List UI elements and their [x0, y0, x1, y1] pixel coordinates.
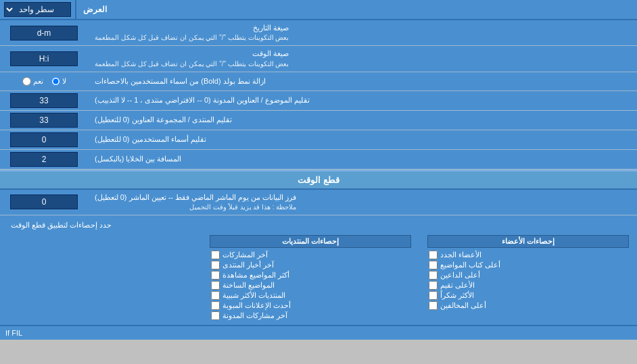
cb-top-violators: أعلى المخالفين [427, 301, 629, 311]
cb-last-posts: آخر المشاركات [210, 250, 411, 260]
usernames-trim-label: تقليم أسماء المستخدمين (0 للتعطيل) [88, 130, 637, 149]
forum-address-input-cell: 33 [0, 111, 88, 130]
display-select[interactable]: سطر واحد [4, 2, 71, 17]
limit-spacer [117, 219, 632, 231]
cb-top-authors: أعلى كتاب المواضيع [427, 260, 629, 270]
col2-title: إحصاءات المنتديات [210, 235, 411, 248]
cutoff-value-input[interactable]: 0 [10, 194, 78, 209]
time-format-input-cell: H:i [0, 46, 88, 71]
cb-most-thankful-input[interactable] [429, 291, 438, 300]
usernames-trim-input-cell: 0 [0, 130, 88, 149]
cb-top-callers-input[interactable] [429, 271, 438, 280]
date-format-label: صيغة التاريخ بعض التكوينات يتطلب "/" الت… [88, 20, 637, 45]
forum-address-label: تقليم المنتدى / المجموعة العناوين (0 للت… [88, 111, 637, 130]
limit-label: حدد إحصاءات لتطبيق قطع الوقت [5, 219, 117, 231]
usernames-trim-row: تقليم أسماء المستخدمين (0 للتعطيل) 0 [0, 130, 637, 150]
radio-no[interactable] [51, 77, 60, 86]
date-format-input-cell: d-m [0, 20, 88, 45]
checkbox-columns: إحصاءات الأعضاء الأعضاء الجدد أعلى كتاب … [0, 234, 637, 322]
time-format-row: صيغة الوقت بعض التكوينات يتطلب "/" التي … [0, 46, 637, 72]
footer-text: If FIL [0, 326, 637, 340]
topic-address-label: تقليم الموضوع / العناوين المدونة (0 -- ا… [88, 91, 637, 110]
cb-top-rated-input[interactable] [429, 281, 438, 290]
cb-last-news: آخر أخبار المنتدى [210, 260, 411, 270]
cb-new-members-input[interactable] [429, 251, 438, 259]
cutoff-section-header: قطع الوقت [0, 170, 637, 190]
topic-address-input[interactable]: 33 [10, 93, 78, 108]
forum-address-row: تقليم المنتدى / المجموعة العناوين (0 للت… [0, 111, 637, 130]
checkboxes-section: حدد إحصاءات لتطبيق قطع الوقت إحصاءات الأ… [0, 215, 637, 326]
cb-most-popular-input[interactable] [211, 291, 220, 300]
cb-last-posts-input[interactable] [211, 251, 220, 259]
cb-top-authors-input[interactable] [429, 261, 438, 269]
cell-spacing-input[interactable]: 2 [10, 152, 78, 167]
cb-latest-ads: أحدث الإعلانات المبوبة [210, 301, 411, 311]
checkbox-col-members: إحصاءات الأعضاء الأعضاء الجدد أعلى كتاب … [419, 234, 637, 322]
page-title: العرض [76, 0, 637, 19]
cb-top-rated: الأعلى تقيم [427, 280, 629, 290]
time-format-label: صيغة الوقت بعض التكوينات يتطلب "/" التي … [88, 46, 637, 71]
radio-no-label[interactable]: لا [51, 77, 66, 86]
cb-last-blog-posts-input[interactable] [211, 311, 220, 320]
bold-remove-radio-cell: لا نعم [0, 72, 88, 90]
cb-top-violators-input[interactable] [429, 301, 438, 310]
cell-spacing-input-cell: 2 [0, 150, 88, 169]
bold-remove-row: ازالة نمط بولد (Bold) من اسماء المستخدمي… [0, 72, 637, 91]
dropdown-cell[interactable]: سطر واحد [0, 0, 76, 19]
cell-spacing-label: المسافة بين الخلايا (بالبكسل) [88, 150, 637, 169]
usernames-trim-input[interactable]: 0 [10, 132, 78, 147]
cb-last-news-input[interactable] [211, 261, 220, 269]
cb-most-viewed-input[interactable] [211, 271, 220, 280]
cb-most-popular: المنتديات الأكثر شببية [210, 290, 411, 301]
cell-spacing-row: المسافة بين الخلايا (بالبكسل) 2 [0, 150, 637, 170]
cb-most-viewed: أكثر المواضيع مشاهدة [210, 270, 411, 280]
radio-yes-label[interactable]: نعم [22, 77, 43, 86]
cutoff-value-row: فرز البيانات من يوم الماشر الماضي فقط --… [0, 190, 637, 215]
cb-hot-topics: المواضيع الساخنة [210, 280, 411, 290]
radio-yes[interactable] [22, 77, 31, 86]
header-row: العرض سطر واحد [0, 0, 637, 20]
date-format-input[interactable]: d-m [10, 26, 78, 41]
cb-top-callers: أعلى الداعين [427, 270, 629, 280]
col3-spacer [0, 234, 202, 322]
col1-title: إحصاءات الأعضاء [427, 235, 629, 248]
topic-address-row: تقليم الموضوع / العناوين المدونة (0 -- ا… [0, 91, 637, 111]
cb-hot-topics-input[interactable] [211, 281, 220, 290]
date-format-row: صيغة التاريخ بعض التكوينات يتطلب "/" الت… [0, 20, 637, 46]
cb-new-members: الأعضاء الجدد [427, 250, 629, 260]
checkbox-col-forums: إحصاءات المنتديات آخر المشاركات آخر أخبا… [202, 234, 419, 322]
cutoff-value-label: فرز البيانات من يوم الماشر الماضي فقط --… [88, 190, 637, 215]
bold-remove-label: ازالة نمط بولد (Bold) من اسماء المستخدمي… [88, 72, 637, 90]
limit-row: حدد إحصاءات لتطبيق قطع الوقت [0, 218, 637, 234]
forum-address-input[interactable]: 33 [10, 113, 78, 128]
cutoff-value-input-cell: 0 [0, 190, 88, 215]
cb-most-thankful: الأكثر شكراً [427, 290, 629, 301]
cb-latest-ads-input[interactable] [211, 301, 220, 310]
time-format-input[interactable]: H:i [10, 51, 78, 66]
topic-address-input-cell: 33 [0, 91, 88, 110]
cb-last-blog-posts: آخر مشاركات المدونة [210, 311, 411, 321]
